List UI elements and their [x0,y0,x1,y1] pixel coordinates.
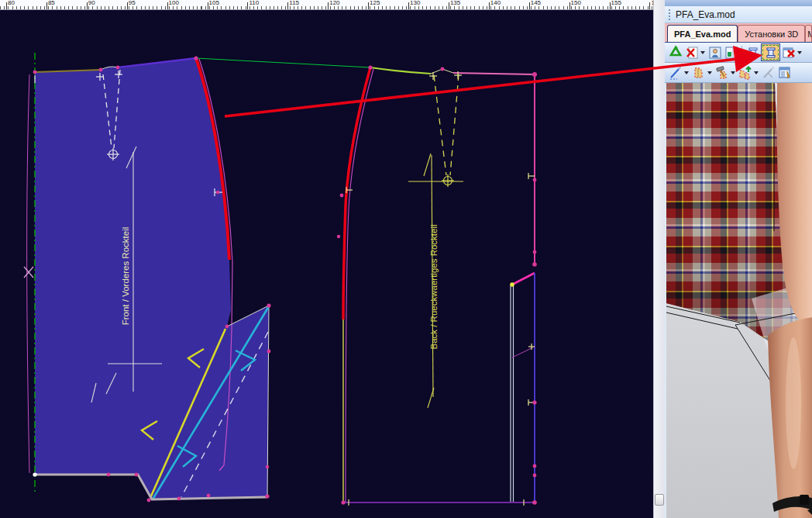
connector-line [196,58,370,67]
back-dart [434,74,459,175]
dropdown-arrow-icon[interactable] [684,71,689,74]
ruler-minor-ticks [0,6,653,9]
panel-top-strip [665,0,812,6]
leg-highlight [786,337,801,469]
dropdown-arrow-icon[interactable] [754,71,759,74]
avatar-window-button[interactable] [707,44,723,60]
seam-tool-button[interactable] [667,64,683,81]
hammer-tool-button[interactable] [714,64,730,81]
x-mark [24,267,33,278]
piece-tool-icon [691,65,707,81]
tab-pfa-eva-mod[interactable]: PFA_Eva.mod [667,25,738,42]
panel-title-bar[interactable]: PFA_Eva.mod [665,6,812,23]
toolbar-row-1 [665,43,812,63]
dropdown-arrow-icon[interactable] [700,51,705,54]
pieces-export-icon [738,65,753,81]
dropdown-arrow-icon[interactable] [797,51,802,54]
simulate-button[interactable] [745,44,761,60]
front-hem-left-point [33,472,36,476]
front-piece-fill[interactable] [35,58,269,500]
3d-viewport[interactable] [665,83,812,518]
front-piece[interactable]: Front / Vorderes Rockteil [24,53,370,502]
back-vent-diagonal [512,347,533,357]
dropdown-arrow-icon[interactable] [731,71,735,74]
back-side-seam[interactable] [343,67,370,319]
3d-panel: PFA_Eva.mod PFA_Eva.mod Установки 3D М [665,0,812,518]
pattern-canvas[interactable]: Front / Vorderes Rockteil [0,10,653,518]
needle-disabled-button [760,64,776,81]
simulate-active-button[interactable] [761,43,780,61]
panel-tab-bar: PFA_Eva.mod Установки 3D М [665,23,812,43]
form-properties-icon [777,65,793,81]
front-piece-label: Front / Vorderes Rockteil [121,227,130,326]
back-side-allowance [346,69,373,502]
back-step-point [510,282,514,287]
piece-tool-button[interactable] [690,64,707,81]
dropdown-arrow-icon[interactable] [707,71,712,74]
refresh-3d-icon [668,45,683,60]
tab-partial[interactable]: М [805,25,812,42]
needle-tool-icon [668,65,683,81]
delete-model-icon [684,45,700,60]
panel-title: PFA_Eva.mod [676,9,735,20]
spool-icon [745,45,761,60]
panel-splitter[interactable] [653,0,665,518]
delete-simulation-button[interactable] [780,44,797,60]
pattern-drawing: Front / Vorderes Rockteil [0,10,653,518]
form-properties-button[interactable] [776,64,793,81]
splitter-button[interactable] [655,494,664,506]
back-notch-marks [346,173,535,506]
pieces-export-button[interactable] [737,64,753,81]
3d-figure [666,83,812,518]
delete-window-icon [781,45,797,60]
back-piece[interactable]: Back / Rueckwaertiges Rockteil [337,65,537,506]
center-back-step [512,273,535,285]
delete-model-button[interactable] [683,44,700,60]
horizontal-ruler: 8085909510010511011512012513013514014515… [0,0,653,10]
hammer-tool-icon [714,65,730,81]
tab-3d-settings[interactable]: Установки 3D [738,25,805,42]
pattern-window-button[interactable] [723,44,739,60]
toolbar-separator [741,46,742,60]
back-piece-label: Back / Rueckwaertiges Rockteil [429,224,439,349]
back-waist-left [370,67,431,74]
back-waist-right [453,73,535,74]
back-dart-point-symbol [442,174,454,187]
refresh-3d-button[interactable] [667,44,683,60]
back-silver-lines [511,285,514,502]
needle-disabled-icon [761,65,776,81]
drag-grip-icon[interactable] [668,9,672,20]
application-window: 8085909510010511011512012513013514014515… [0,0,812,518]
spool-active-icon [763,45,779,60]
toolbar-row-2 [665,63,812,83]
pattern-window-icon [724,45,739,60]
avatar-window-icon [707,45,723,60]
